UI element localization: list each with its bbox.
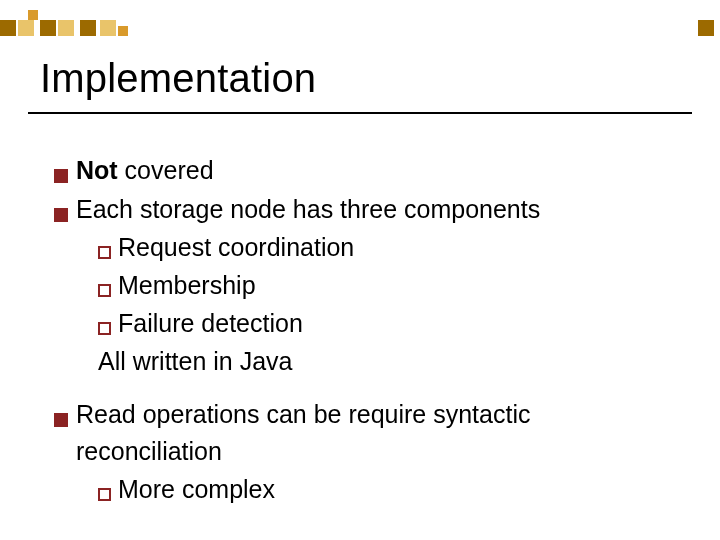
hollow-square-bullet-icon xyxy=(98,284,111,297)
square-bullet-icon xyxy=(54,208,68,222)
bullet-text: Read operations can be require syntactic… xyxy=(76,396,680,470)
bullet-text: Not covered xyxy=(76,152,680,189)
sub-bullet-text: More complex xyxy=(118,471,680,508)
bullet-text: Each storage node has three components xyxy=(76,191,680,228)
sub-bullet-text: Failure detection xyxy=(118,305,680,342)
hollow-square-bullet-icon xyxy=(98,322,111,335)
sub-bullet-item: More complex xyxy=(98,471,680,508)
square-bullet-icon xyxy=(54,169,68,183)
sub-bullet-item: Membership xyxy=(98,267,680,304)
bullet-item: Each storage node has three components xyxy=(54,191,680,228)
sub-bullet-text: Membership xyxy=(118,267,680,304)
square-bullet-icon xyxy=(54,413,68,427)
hollow-square-bullet-icon xyxy=(98,488,111,501)
plain-line: All written in Java xyxy=(98,343,680,380)
bullet-item: Not covered xyxy=(54,152,680,189)
title-rule xyxy=(28,112,692,114)
sub-bullet-item: Failure detection xyxy=(98,305,680,342)
slide-body: Not covered Each storage node has three … xyxy=(54,150,680,508)
slide-decoration xyxy=(0,14,720,42)
slide: Implementation Not covered Each storage … xyxy=(0,0,720,540)
sub-bullet-text: Request coordination xyxy=(118,229,680,266)
hollow-square-bullet-icon xyxy=(98,246,111,259)
bullet-item: Read operations can be require syntactic… xyxy=(54,396,680,470)
slide-title: Implementation xyxy=(40,56,316,101)
sub-bullet-item: Request coordination xyxy=(98,229,680,266)
